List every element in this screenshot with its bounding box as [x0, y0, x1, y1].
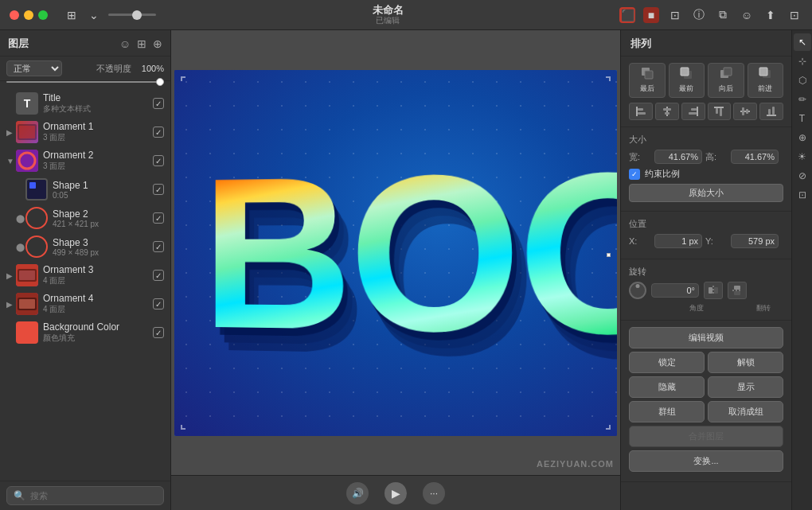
copy-icon[interactable]: ⧉: [715, 7, 731, 23]
titlebar-left: ⊞ ⌄: [10, 7, 156, 23]
align-left-button[interactable]: [629, 103, 653, 120]
record2-icon[interactable]: ■: [643, 7, 659, 23]
rotation-section: 旋转 角度 翻转: [621, 259, 791, 321]
crop-tool-button[interactable]: ⊹: [794, 53, 811, 70]
align-middle-v-button[interactable]: [733, 103, 757, 120]
layer-item-ornament1[interactable]: ▶ Ornament 1 3 面层 ✓: [0, 118, 170, 146]
layer-thumbnail-bg-color: [16, 321, 38, 344]
align-right-button[interactable]: [681, 103, 705, 120]
expand-ornament4-icon[interactable]: ▶: [6, 300, 16, 309]
flip-v-button[interactable]: [728, 282, 747, 299]
y-input[interactable]: [731, 234, 779, 248]
transform-button[interactable]: 变换...: [629, 450, 783, 472]
send-to-back-button[interactable]: 最后: [629, 63, 666, 98]
layer-name-ornament4: Ornament 4: [43, 293, 153, 304]
expand-ornament1-icon[interactable]: ▶: [6, 128, 16, 137]
ungroup-button[interactable]: 取消成组: [708, 401, 783, 422]
chevron-down-icon[interactable]: ⌄: [86, 7, 102, 23]
text-tool-button[interactable]: T: [794, 110, 811, 127]
layer-visibility-ornament4[interactable]: ✓: [153, 298, 164, 310]
layer-visibility-ornament3[interactable]: ✓: [153, 270, 164, 281]
svg-rect-26: [665, 112, 670, 115]
align-center-h-button[interactable]: [655, 103, 679, 120]
align-top-button[interactable]: [708, 103, 732, 120]
record-icon[interactable]: ⬛: [619, 7, 635, 23]
lock-button[interactable]: 锁定: [629, 352, 705, 373]
more-options-button[interactable]: ···: [423, 482, 445, 504]
unlock-button[interactable]: 解锁: [708, 352, 783, 373]
brush-tool-button[interactable]: ⊘: [794, 167, 811, 185]
merge-button[interactable]: 合并图层: [629, 426, 783, 447]
send-back-one-button[interactable]: 向后: [708, 63, 744, 98]
pen-tool-button[interactable]: ✏: [794, 91, 811, 108]
original-size-button[interactable]: 原始大小: [629, 184, 783, 202]
hide-button[interactable]: 隐藏: [629, 376, 705, 398]
height-input[interactable]: [731, 150, 779, 164]
layer-info-ornament3: Ornament 3 4 面层: [43, 264, 153, 286]
svg-rect-34: [742, 107, 744, 115]
send-back-one-label: 向后: [719, 84, 733, 94]
expand-ornament2-icon[interactable]: ▼: [6, 157, 16, 165]
layer-item-bg-color[interactable]: Background Color 颜色填充 ✓: [0, 318, 170, 347]
color-tool-button[interactable]: ☀: [794, 148, 811, 165]
zoom-slider[interactable]: [108, 14, 156, 16]
opacity-track[interactable]: [6, 81, 164, 83]
constrain-checkbox[interactable]: ✓: [629, 169, 640, 180]
minimize-button[interactable]: [24, 10, 33, 20]
x-input[interactable]: [654, 234, 702, 248]
maximize-button[interactable]: [38, 10, 48, 20]
layers-icon[interactable]: ⊞: [137, 37, 146, 50]
layout-icon[interactable]: ⊞: [64, 7, 80, 23]
volume-button[interactable]: 🔊: [346, 482, 369, 504]
zoom-tool-button[interactable]: ⊕: [794, 129, 811, 146]
search-icon: 🔍: [14, 490, 25, 501]
send-back-label: 最后: [640, 84, 654, 94]
bring-forward-button[interactable]: 前进: [748, 63, 784, 98]
rotation-dial[interactable]: [629, 282, 646, 299]
layer-item-ornament4[interactable]: ▶ Ornament 4 4 面层 ✓: [0, 290, 170, 318]
paint-tool-button[interactable]: ⊡: [794, 186, 811, 204]
layer-visibility-ornament2[interactable]: ✓: [153, 155, 164, 166]
align-bottom-button[interactable]: [759, 103, 783, 120]
emoji-icon[interactable]: ☺: [739, 7, 755, 23]
add-layer-icon[interactable]: ⊕: [153, 37, 162, 50]
layer-item-shape1[interactable]: Shape 1 0:05 ✓: [0, 175, 170, 204]
layer-item-title[interactable]: T Title 多种文本样式 ✓: [0, 89, 170, 118]
group-button[interactable]: 群组: [629, 401, 705, 422]
traffic-lights: [10, 10, 48, 20]
bring-to-front-button[interactable]: 最前: [669, 63, 705, 98]
smiley-icon[interactable]: ☺: [119, 37, 131, 50]
fullscreen-icon[interactable]: ⊡: [787, 7, 802, 23]
angle-label: 角度: [653, 303, 740, 313]
blend-mode-select[interactable]: 正常: [6, 60, 62, 76]
svg-rect-39: [709, 287, 712, 294]
size-section: 大小 宽: 高: ✓ 约束比例 原始大小: [621, 127, 791, 212]
info-icon[interactable]: ⓘ: [691, 7, 707, 23]
layer-visibility-shape1[interactable]: ✓: [153, 184, 164, 195]
cursor-tool-button[interactable]: ↖: [794, 33, 811, 51]
layer-visibility-title[interactable]: ✓: [153, 98, 164, 109]
layer-info-ornament2: Ornament 2 3 面层: [43, 150, 153, 172]
show-button[interactable]: 显示: [708, 376, 783, 398]
play-button[interactable]: ▶: [385, 482, 407, 504]
close-button[interactable]: [10, 10, 19, 20]
svg-rect-29: [689, 112, 697, 115]
layer-visibility-bg-color[interactable]: ✓: [153, 327, 164, 338]
angle-input[interactable]: [651, 283, 699, 298]
screen-icon[interactable]: ⊡: [667, 7, 683, 23]
canvas-content[interactable]: BOO AEZIYUAN.COM: [171, 30, 620, 475]
export-icon[interactable]: ⬆: [763, 7, 779, 23]
layer-item-shape3[interactable]: ⬤ Shape 3 499 × 489 px ✓: [0, 232, 170, 261]
layer-visibility-shape2[interactable]: ✓: [153, 212, 164, 224]
layer-item-shape2[interactable]: ⬤ Shape 2 421 × 421 px ✓: [0, 204, 170, 232]
search-input[interactable]: [30, 491, 157, 500]
expand-ornament3-icon[interactable]: ▶: [6, 271, 16, 280]
edit-video-button[interactable]: 编辑视频: [629, 327, 783, 348]
width-input[interactable]: [654, 150, 702, 164]
layer-visibility-shape3[interactable]: ✓: [153, 241, 164, 252]
layer-visibility-ornament1[interactable]: ✓: [153, 127, 164, 138]
layer-item-ornament2[interactable]: ▼ Ornament 2 3 面层 ✓: [0, 146, 170, 175]
layer-item-ornament3[interactable]: ▶ Ornament 3 4 面层 ✓: [0, 261, 170, 290]
flip-h-button[interactable]: [704, 282, 723, 299]
shape-tool-button[interactable]: ⬡: [794, 72, 811, 89]
